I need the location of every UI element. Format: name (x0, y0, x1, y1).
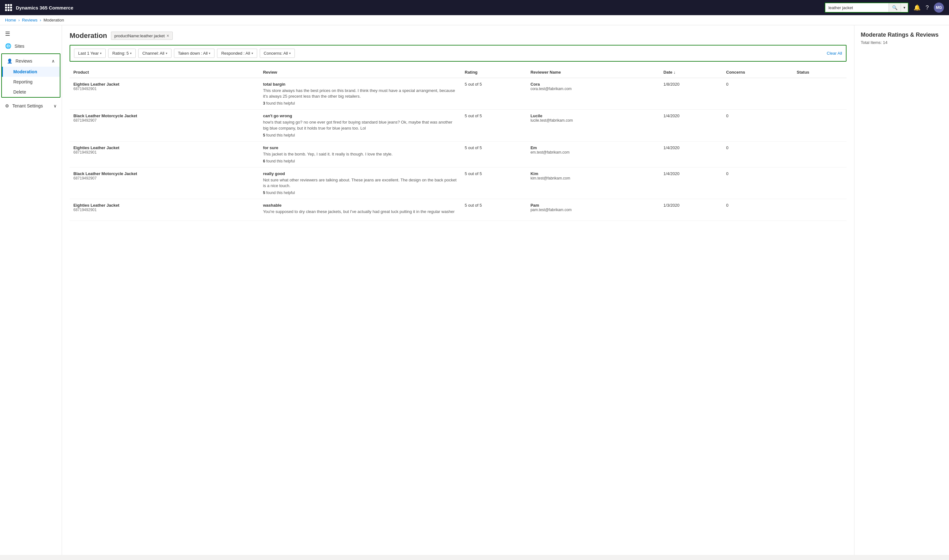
cell-status-1 (793, 110, 847, 141)
page-title: Moderation (69, 32, 107, 40)
product-id-3: 68719492907 (73, 176, 255, 180)
breadcrumb-home[interactable]: Home (5, 18, 16, 22)
review-helpful-1: 5 found this helpful (263, 133, 457, 137)
clear-all-button[interactable]: Clear All (827, 51, 842, 55)
remove-filter-tag-button[interactable]: × (167, 33, 169, 38)
product-name-2: Eighties Leather Jacket (73, 145, 255, 150)
notification-icon[interactable]: 🔔 (914, 4, 921, 11)
cell-review-2: for sure This jacket is the bomb. Yep, I… (259, 141, 461, 167)
product-name-0: Eighties Leather Jacket (73, 82, 255, 86)
rating-filter-button[interactable]: Rating: 5 ▾ (108, 49, 136, 58)
product-name-1: Black Leather Motorcycle Jacket (73, 114, 255, 118)
reviewer-name-2: Em (531, 145, 656, 150)
nav-right: 🔍 ▾ 🔔 ? MG (825, 3, 944, 12)
review-body-0: This store always has the best prices on… (263, 88, 457, 99)
sidebar-top: ☰ (0, 28, 62, 40)
cell-concerns-0: 0 (722, 78, 793, 110)
cell-product-1: Black Leather Motorcycle Jacket 68719492… (69, 110, 259, 141)
cell-product-2: Eighties Leather Jacket 68719492901 (69, 141, 259, 167)
product-id-4: 68719492901 (73, 208, 255, 212)
channel-filter-chevron: ▾ (166, 52, 167, 55)
col-status: Status (793, 67, 847, 78)
cell-review-0: total bargin This store always has the b… (259, 78, 461, 110)
sidebar-reviews-group: 👤 Reviews ∧ Moderation Reporting Delete (2, 55, 60, 97)
cell-reviewer-3: Kim kim.test@fabrikam.com (527, 167, 660, 199)
sidebar-item-moderation[interactable]: Moderation (2, 67, 60, 77)
cell-review-1: can't go wrong how's that saying go? no … (259, 110, 461, 141)
concerns-filter-button[interactable]: Concerns: All ▾ (260, 49, 295, 58)
top-navigation: Dynamics 365 Commerce 🔍 ▾ 🔔 ? MG (0, 0, 949, 15)
global-search-input[interactable] (825, 3, 889, 12)
table-row[interactable]: Black Leather Motorcycle Jacket 68719492… (69, 110, 847, 141)
responded-filter-label: Responded : All (221, 51, 250, 55)
breadcrumb-reviews[interactable]: Reviews (22, 18, 37, 22)
reviewer-name-3: Kim (531, 171, 656, 176)
breadcrumb-current: Moderation (43, 18, 64, 22)
search-dropdown-button[interactable]: ▾ (901, 3, 908, 12)
product-id-1: 68719492907 (73, 118, 255, 123)
sidebar-item-sites[interactable]: 🌐 Sites (0, 40, 62, 52)
cell-rating-3: 5 out of 5 (461, 167, 527, 199)
time-filter-chevron: ▾ (100, 52, 102, 55)
sidebar-tenant-label: Tenant Settings (12, 103, 43, 108)
cell-date-2: 1/4/2020 (660, 141, 722, 167)
col-product: Product (69, 67, 259, 78)
taken-down-filter-label: Taken down : All (178, 51, 208, 55)
cell-date-1: 1/4/2020 (660, 110, 722, 141)
search-button[interactable]: 🔍 (889, 3, 901, 12)
sidebar-hamburger-icon[interactable]: ☰ (4, 29, 11, 38)
cell-concerns-4: 0 (722, 199, 793, 221)
cell-status-4 (793, 199, 847, 221)
reviewer-email-4: pam.test@fabrikam.com (531, 208, 656, 212)
tenant-chevron: ∨ (54, 103, 57, 108)
table-row[interactable]: Eighties Leather Jacket 68719492901 tota… (69, 78, 847, 110)
main-layout: ☰ 🌐 Sites 👤 Reviews ∧ Moderation Rep (0, 25, 949, 555)
time-filter-button[interactable]: Last 1 Year ▾ (74, 49, 106, 58)
right-panel-total: Total Items: 14 (861, 40, 943, 45)
cell-concerns-3: 0 (722, 167, 793, 199)
taken-down-filter-button[interactable]: Taken down : All ▾ (174, 49, 215, 58)
review-title-2: for sure (263, 145, 457, 150)
cell-concerns-2: 0 (722, 141, 793, 167)
reviewer-name-1: Lucile (531, 114, 656, 118)
help-icon[interactable]: ? (926, 5, 929, 11)
table-row[interactable]: Eighties Leather Jacket 68719492901 for … (69, 141, 847, 167)
channel-filter-button[interactable]: Channel: All ▾ (138, 49, 171, 58)
right-panel-title: Moderate Ratings & Reviews (861, 32, 943, 38)
col-date[interactable]: Date ↓ (660, 67, 722, 78)
cell-reviewer-1: Lucile lucile.test@fabrikam.com (527, 110, 660, 141)
main-content: Moderation productName:leather jacket × … (62, 25, 854, 555)
cell-product-0: Eighties Leather Jacket 68719492901 (69, 78, 259, 110)
cell-reviewer-2: Em em.test@fabrikam.com (527, 141, 660, 167)
sidebar-tenant-header[interactable]: ⚙ Tenant Settings ∨ (0, 100, 62, 112)
app-title: Dynamics 365 Commerce (16, 5, 73, 11)
cell-review-4: washable You're supposed to dry clean th… (259, 199, 461, 221)
col-review: Review (259, 67, 461, 78)
cell-date-3: 1/4/2020 (660, 167, 722, 199)
sidebar-reviews-header[interactable]: 👤 Reviews ∧ (2, 55, 60, 67)
reviewer-email-2: em.test@fabrikam.com (531, 150, 656, 155)
user-avatar[interactable]: MG (934, 3, 944, 12)
product-id-2: 68719492901 (73, 150, 255, 155)
cell-status-3 (793, 167, 847, 199)
sidebar-reviews-section: 👤 Reviews ∧ Moderation Reporting Delete (1, 54, 60, 98)
taken-down-filter-chevron: ▾ (209, 52, 210, 55)
responded-filter-chevron: ▾ (252, 52, 253, 55)
responded-filter-button[interactable]: Responded : All ▾ (217, 49, 257, 58)
table-row[interactable]: Eighties Leather Jacket 68719492901 wash… (69, 199, 847, 221)
review-helpful-2: 6 found this helpful (263, 159, 457, 163)
reviews-icon: 👤 (7, 58, 12, 63)
right-panel: Moderate Ratings & Reviews Total Items: … (854, 25, 949, 555)
review-title-0: total bargin (263, 82, 457, 86)
sidebar-item-reporting[interactable]: Reporting (2, 77, 60, 87)
table-row[interactable]: Black Leather Motorcycle Jacket 68719492… (69, 167, 847, 199)
product-name-4: Eighties Leather Jacket (73, 203, 255, 208)
reviews-table-container: Product Review Rating Reviewer Name Date… (69, 67, 847, 221)
cell-rating-1: 5 out of 5 (461, 110, 527, 141)
col-rating: Rating (461, 67, 527, 78)
sidebar-item-delete[interactable]: Delete (2, 87, 60, 97)
reviewer-name-4: Pam (531, 203, 656, 208)
filter-tag-text: productName:leather jacket (114, 34, 165, 38)
filters-bar: Last 1 Year ▾ Rating: 5 ▾ Channel: All ▾… (69, 45, 847, 62)
app-grid-icon[interactable] (5, 4, 12, 11)
